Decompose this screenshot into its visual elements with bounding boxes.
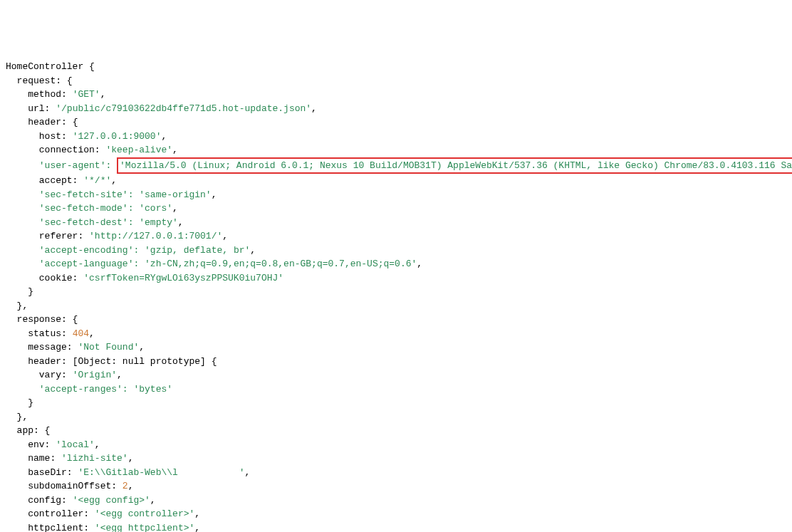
resp-header-key: header: xyxy=(28,356,67,367)
header-open: header: { xyxy=(28,117,78,127)
env-key: env: xyxy=(28,439,50,450)
env-val: 'local' xyxy=(56,439,95,450)
alang-val: 'zh-CN,zh;q=0.9,en;q=0.8,en-GB;q=0.7,en-… xyxy=(145,259,417,269)
sfs-val: 'same-origin' xyxy=(139,189,211,200)
aenc-val: 'gzip, deflate, br' xyxy=(145,245,250,256)
config-key: config: xyxy=(28,495,67,506)
vary-val: 'Origin' xyxy=(73,370,117,380)
message-key: message: xyxy=(28,342,72,353)
sub-val: 2 xyxy=(123,481,128,491)
referer-val: 'http://127.0.0.1:7001/' xyxy=(89,231,222,241)
response-close: }, xyxy=(17,412,28,422)
method-key: method: xyxy=(28,89,67,100)
host-val: '127.0.0.1:9000' xyxy=(73,131,162,142)
response-open: response: { xyxy=(17,314,78,325)
httpclient-val: '<egg httpclient>' xyxy=(95,523,194,533)
resp-header-desc: [Object: null prototype] { xyxy=(73,356,217,367)
root-open: HomeController { xyxy=(6,61,95,72)
connection-val: 'keep-alive' xyxy=(105,145,172,155)
status-key: status: xyxy=(28,328,67,339)
sfm-key: 'sec-fetch-mode': xyxy=(39,203,134,214)
basedir-key: baseDir: xyxy=(28,467,72,478)
accept-val: '*/*' xyxy=(83,175,111,186)
cookie-key: cookie: xyxy=(39,273,78,283)
message-val: 'Not Found' xyxy=(78,342,139,353)
header-close: } xyxy=(28,286,33,297)
vary-key: vary: xyxy=(39,370,67,380)
config-val: '<egg config>' xyxy=(73,495,150,506)
name-key: name: xyxy=(28,453,56,464)
ar-key: 'accept-ranges': xyxy=(39,384,128,395)
sfd-key: 'sec-fetch-dest': xyxy=(39,217,134,228)
user-agent-highlight: 'Mozilla/5.0 (Linux; Android 6.0.1; Nexu… xyxy=(117,157,792,174)
controller-val: '<egg controller>' xyxy=(95,508,194,519)
sfm-val: 'cors' xyxy=(139,203,172,214)
sub-key: subdomainOffset: xyxy=(28,481,117,491)
referer-key: referer: xyxy=(39,231,83,241)
accept-key: accept: xyxy=(39,175,78,186)
url-val: '/public/c79103622db4ffe771d5.hot-update… xyxy=(56,103,311,114)
app-open: app: { xyxy=(17,425,51,436)
connection-key: connection: xyxy=(39,145,100,155)
sfs-key: 'sec-fetch-site': xyxy=(39,189,134,200)
request-open: request: { xyxy=(17,75,73,86)
method-val: 'GET' xyxy=(73,89,100,100)
basedir-val: 'E:\\Gitlab-Web\\l ' xyxy=(78,467,244,478)
status-val: 404 xyxy=(73,328,89,339)
ar-val: 'bytes' xyxy=(133,384,172,395)
request-close: }, xyxy=(17,301,28,311)
sfd-val: 'empty' xyxy=(139,217,178,228)
controller-key: controller: xyxy=(28,508,89,519)
alang-key: 'accept-language': xyxy=(39,259,139,269)
user-agent-key: 'user-agent': xyxy=(39,160,111,171)
resp-header-close: } xyxy=(28,397,33,408)
console-output: HomeController { request: { method: 'GET… xyxy=(6,60,786,532)
user-agent-val: 'Mozilla/5.0 (Linux; Android 6.0.1; Nexu… xyxy=(120,160,792,171)
httpclient-key: httpclient: xyxy=(28,523,89,533)
host-key: host: xyxy=(39,131,67,142)
aenc-key: 'accept-encoding': xyxy=(39,245,139,256)
cookie-val: 'csrfToken=RYgwLOi63yszPPSUK0iu7OHJ' xyxy=(83,273,283,283)
url-key: url: xyxy=(28,103,50,114)
name-val: 'lizhi-site' xyxy=(61,453,128,464)
